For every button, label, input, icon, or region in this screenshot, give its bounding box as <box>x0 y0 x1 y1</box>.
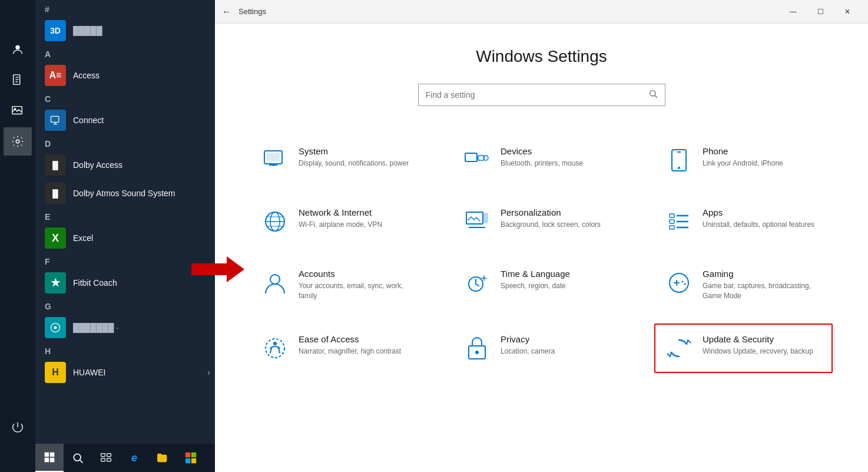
section-letter-f: F <box>35 252 215 269</box>
update-desc: Windows Update, recovery, backup <box>703 346 813 357</box>
devices-icon <box>463 146 491 174</box>
start-button[interactable] <box>35 444 64 472</box>
app-icon-connect <box>45 110 66 131</box>
section-letter-g: G <box>35 297 215 313</box>
phone-text: Phone Link your Android, iPhone <box>703 146 783 169</box>
svg-rect-45 <box>670 220 674 223</box>
apps-title: Apps <box>703 207 814 217</box>
apps-desc: Uninstall, defaults, optional features <box>703 220 814 230</box>
app-label-access: Access <box>73 71 100 80</box>
section-letter-e: E <box>35 207 215 224</box>
system-text: System Display, sound, notifications, po… <box>299 146 409 169</box>
settings-icon[interactable] <box>4 127 32 156</box>
svg-rect-19 <box>191 453 196 457</box>
accounts-text: Accounts Your accounts, email, sync, wor… <box>299 269 418 301</box>
privacy-title: Privacy <box>501 334 555 344</box>
personalization-desc: Background, lock screen, colors <box>501 220 601 230</box>
time-icon <box>463 269 491 297</box>
settings-item-privacy[interactable]: Privacy Location, camera <box>452 324 631 373</box>
system-desc: Display, sound, notifications, power <box>299 159 409 169</box>
settings-item-apps[interactable]: Apps Uninstall, defaults, optional featu… <box>654 197 833 246</box>
settings-item-phone[interactable]: Phone Link your Android, iPhone <box>654 136 833 185</box>
gaming-title: Gaming <box>703 269 822 279</box>
svg-rect-16 <box>101 458 105 461</box>
power-icon[interactable] <box>4 413 32 441</box>
edge-browser-button[interactable]: e <box>120 444 148 472</box>
settings-item-ease[interactable]: Ease of Access Narrator, magnifier, high… <box>250 324 429 373</box>
devices-title: Devices <box>501 146 583 156</box>
svg-rect-38 <box>466 212 483 224</box>
app-label-excel: Excel <box>73 233 93 243</box>
time-desc: Speech, region, date <box>501 281 570 291</box>
settings-item-accounts[interactable]: Accounts Your accounts, email, sync, wor… <box>250 258 429 312</box>
store-button[interactable] <box>177 444 205 472</box>
settings-item-personalization[interactable]: Personalization Background, lock screen,… <box>452 197 631 246</box>
search-box[interactable] <box>418 84 665 106</box>
app-label-connect: Connect <box>73 115 104 125</box>
list-item[interactable]: 3D █████ <box>35 16 215 45</box>
app-icon-3d: 3D <box>45 20 66 41</box>
svg-point-52 <box>266 339 284 358</box>
search-icon <box>648 89 658 101</box>
document-icon[interactable] <box>4 66 32 94</box>
file-explorer-button[interactable] <box>148 444 177 472</box>
settings-main-title: Windows Settings <box>250 47 833 66</box>
list-item-huawei[interactable]: H HUAWEI › <box>35 358 215 387</box>
app-label-groove-blurred: ███████ · <box>73 323 118 332</box>
app-icon-access: A≡ <box>45 65 66 86</box>
svg-point-7 <box>54 326 57 329</box>
list-item-fitbit[interactable]: ★ Fitbit Coach <box>35 269 215 297</box>
section-letter-h: H <box>35 342 215 358</box>
app-icon-dolby-access: ▐▌ <box>45 154 66 176</box>
svg-rect-26 <box>267 153 280 161</box>
network-desc: Wi-Fi, airplane mode, VPN <box>299 220 382 230</box>
system-title: System <box>299 146 409 156</box>
svg-point-0 <box>15 45 19 49</box>
list-item-excel[interactable]: X Excel <box>35 224 215 252</box>
privacy-text: Privacy Location, camera <box>501 334 555 357</box>
apps-icon <box>665 207 693 236</box>
svg-line-24 <box>655 95 657 98</box>
start-menu: # 3D █████ A A≡ Access C Connect D ▐▌ Do… <box>0 0 215 472</box>
system-icon <box>261 146 289 174</box>
settings-item-network[interactable]: Network & Internet Wi-Fi, airplane mode,… <box>250 197 429 246</box>
list-item-connect[interactable]: Connect <box>35 106 215 134</box>
settings-item-gaming[interactable]: Gaming Game bar, captures, broadcasting,… <box>654 258 833 312</box>
settings-item-devices[interactable]: Devices Bluetooth, printers, mouse <box>452 136 631 185</box>
settings-item-system[interactable]: System Display, sound, notifications, po… <box>250 136 429 185</box>
app-icon-fitbit: ★ <box>45 272 66 293</box>
search-taskbar-button[interactable] <box>64 444 92 472</box>
personalization-title: Personalization <box>501 207 601 217</box>
list-item-dolby-access[interactable]: ▐▌ Dolby Access <box>35 151 215 179</box>
devices-desc: Bluetooth, printers, mouse <box>501 159 583 169</box>
settings-item-update[interactable]: Update & Security Windows Update, recove… <box>654 324 833 373</box>
devices-text: Devices Bluetooth, printers, mouse <box>501 146 583 169</box>
app-icon-excel: X <box>45 227 66 249</box>
svg-rect-15 <box>107 454 111 457</box>
app-label-3d: █████ <box>73 26 102 35</box>
svg-rect-46 <box>670 226 674 229</box>
svg-point-50 <box>682 281 684 283</box>
photos-icon[interactable] <box>4 97 32 125</box>
list-item-dolby-atmos[interactable]: ▐▌ Dolby Atmos Sound System <box>35 179 215 207</box>
scroll-chevron: › <box>207 368 210 377</box>
back-button[interactable]: ← <box>222 6 231 17</box>
svg-rect-5 <box>51 116 59 122</box>
minimize-button[interactable]: — <box>780 0 807 24</box>
svg-rect-8 <box>45 453 49 457</box>
search-input[interactable] <box>426 90 648 100</box>
svg-rect-20 <box>185 458 190 463</box>
user-icon[interactable] <box>4 35 32 64</box>
list-item-groove[interactable]: ███████ · <box>35 313 215 342</box>
close-button[interactable]: ✕ <box>834 0 861 24</box>
apps-text: Apps Uninstall, defaults, optional featu… <box>703 207 814 230</box>
section-letter-d: D <box>35 134 215 151</box>
svg-rect-40 <box>484 213 488 223</box>
maximize-button[interactable]: ☐ <box>807 0 834 24</box>
svg-rect-17 <box>107 458 111 461</box>
task-view-button[interactable] <box>92 444 120 472</box>
svg-rect-11 <box>50 458 55 463</box>
list-item-access[interactable]: A≡ Access <box>35 61 215 90</box>
settings-item-time[interactable]: Time & Language Speech, region, date <box>452 258 631 312</box>
phone-icon <box>665 146 693 174</box>
